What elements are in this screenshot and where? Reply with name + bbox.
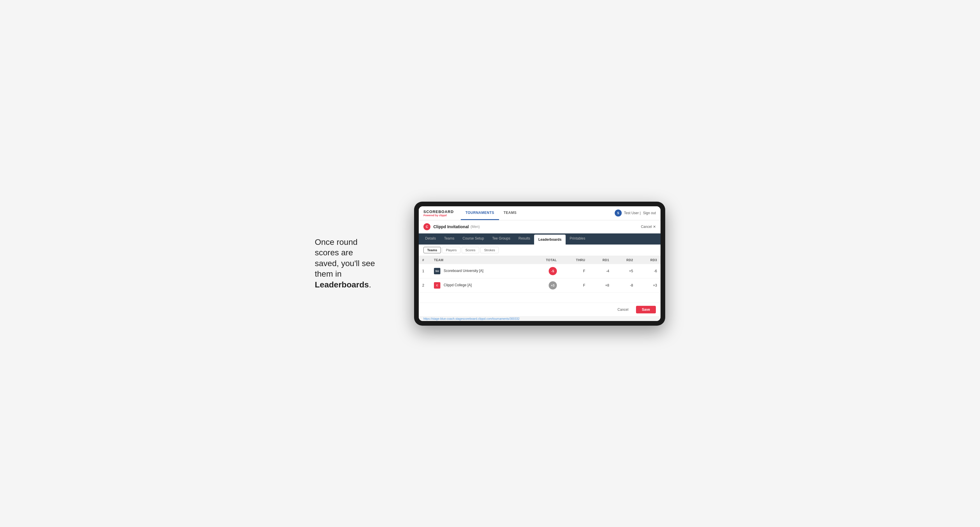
tab-details[interactable]: Details [421,233,440,244]
tab-tee-groups[interactable]: Tee Groups [488,233,514,244]
tournament-subtitle: (Men) [471,225,479,229]
tab-teams[interactable]: Teams [440,233,458,244]
cancel-button[interactable]: Cancel [613,306,633,313]
leaderboard-table: # TEAM TOTAL THRU RD1 RD2 RD3 1 [419,256,660,293]
row2-team-logo: C [434,282,441,289]
tournament-icon: C [423,223,430,230]
row1-thru: F [560,264,589,278]
tabs-bar: Details Teams Course Setup Tee Groups Re… [419,233,660,244]
row2-rd1: +8 [589,278,612,292]
save-button[interactable]: Save [636,306,656,313]
nav-links: TOURNAMENTS TEAMS [461,206,615,220]
desc-highlight: Leaderboards [315,280,369,289]
tournament-title: Clippd Invitational [433,224,469,229]
brand: SCOREBOARD Powered by clippd [423,210,454,217]
user-avatar: S [615,210,622,216]
sub-tabs: Teams Players Scores Strokes [419,244,660,256]
sign-out-link[interactable]: Sign out [643,211,656,215]
nav-right: S Test User | Sign out [615,210,656,216]
row1-total: -5 [529,264,560,278]
desc-period: . [369,280,371,289]
cancel-x-button[interactable]: Cancel ✕ [641,225,656,229]
sub-tab-strokes[interactable]: Strokes [480,247,499,253]
cancel-icon: ✕ [653,225,656,229]
tab-course-setup[interactable]: Course Setup [458,233,488,244]
table-head: # TEAM TOTAL THRU RD1 RD2 RD3 [419,256,660,264]
row2-rank: 2 [419,278,430,292]
sub-tab-teams[interactable]: Teams [423,247,441,253]
desc-line3: saved, you'll see [315,259,375,268]
col-total: TOTAL [529,256,560,264]
table-header-row: # TEAM TOTAL THRU RD1 RD2 RD3 [419,256,660,264]
row2-rd3: +3 [636,278,660,292]
brand-sub: Powered by clippd [423,214,454,217]
desc-line2: scores are [315,248,353,257]
tablet-screen: SCOREBOARD Powered by clippd TOURNAMENTS… [419,206,660,321]
tab-leaderboards[interactable]: Leaderboards [534,235,565,244]
tab-printables[interactable]: Printables [566,233,589,244]
col-thru: THRU [560,256,589,264]
col-rd2: RD2 [612,256,636,264]
table-body: 1 SU Scoreboard University [A] -5 F -4 +… [419,264,660,293]
nav-tournaments[interactable]: TOURNAMENTS [461,206,499,220]
row2-team-name: Clippd College [A] [444,283,472,287]
tablet-device: SCOREBOARD Powered by clippd TOURNAMENTS… [414,202,665,325]
top-nav: SCOREBOARD Powered by clippd TOURNAMENTS… [419,206,660,220]
cancel-label: Cancel [641,225,652,229]
row2-total: +3 [529,278,560,292]
row1-team-name: Scoreboard University [A] [444,269,483,273]
page-wrapper: Once round scores are saved, you'll see … [315,202,665,325]
row1-rd1: -4 [589,264,612,278]
row2-total-badge: +3 [549,281,557,289]
col-rd1: RD1 [589,256,612,264]
col-rd3: RD3 [636,256,660,264]
desc-line4: them in [315,269,342,278]
row1-total-badge: -5 [549,267,557,275]
sub-tab-players[interactable]: Players [442,247,460,253]
row2-team: C Clippd College [A] [430,278,529,292]
left-description: Once round scores are saved, you'll see … [315,237,396,290]
nav-teams[interactable]: TEAMS [499,206,522,220]
brand-sub-name: clippd [439,214,447,217]
url-bar: https://stage-blue-coach.stagescoreboard… [419,316,660,321]
row1-rd2: +5 [612,264,636,278]
sub-tab-scores[interactable]: Scores [462,247,479,253]
table-row: 1 SU Scoreboard University [A] -5 F -4 +… [419,264,660,278]
row1-team-logo: SU [434,268,441,274]
content-area: # TEAM TOTAL THRU RD1 RD2 RD3 1 [419,256,660,303]
brand-sub-prefix: Powered by [423,214,439,217]
row1-rd3: -6 [636,264,660,278]
col-rank: # [419,256,430,264]
footer-bar: Cancel Save [419,303,660,316]
user-name: Test User | [624,211,641,215]
brand-title: SCOREBOARD [423,210,454,214]
row1-team: SU Scoreboard University [A] [430,264,529,278]
tab-results[interactable]: Results [514,233,534,244]
row2-rd2: -8 [612,278,636,292]
tournament-header: C Clippd Invitational (Men) Cancel ✕ [419,220,660,233]
col-team: TEAM [430,256,529,264]
row1-rank: 1 [419,264,430,278]
row2-thru: F [560,278,589,292]
table-row: 2 C Clippd College [A] +3 F +8 -8 +3 [419,278,660,292]
desc-line1: Once round [315,238,358,246]
